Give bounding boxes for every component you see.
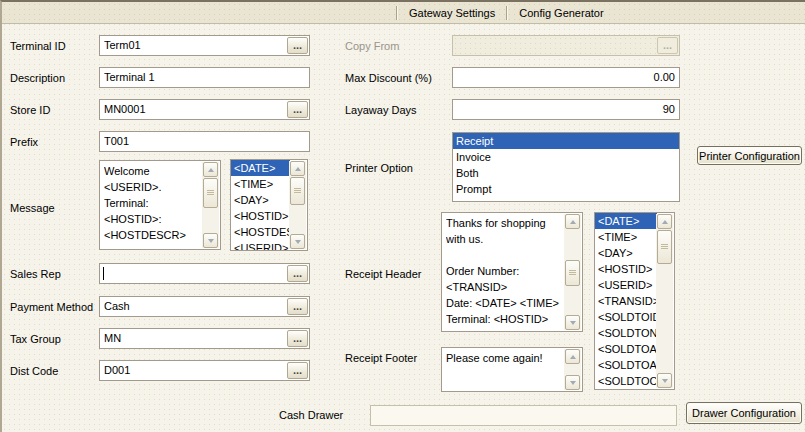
sales-rep-browse-button[interactable]: ... xyxy=(287,265,308,282)
list-item[interactable]: <HOSTDESCR> xyxy=(231,224,290,240)
drawer-configuration-button[interactable]: Drawer Configuration xyxy=(686,402,802,424)
scroll-down-button[interactable] xyxy=(657,373,672,388)
payment-method-value: Cash xyxy=(104,300,305,312)
scroll-thumb[interactable] xyxy=(203,178,218,208)
scroll-down-button[interactable] xyxy=(203,233,218,248)
copy-from-field: ... xyxy=(452,35,680,56)
message-label: Message xyxy=(10,202,55,214)
receipt-header-text: Thanks for shopping with us. Order Numbe… xyxy=(446,215,562,329)
payment-method-browse-button[interactable]: ... xyxy=(287,298,308,315)
toolbar-separator xyxy=(396,6,398,20)
description-field[interactable]: Terminal 1 xyxy=(99,67,310,88)
toolbar-separator xyxy=(506,6,508,20)
tax-group-browse-button[interactable]: ... xyxy=(287,330,308,347)
list-item[interactable]: Prompt xyxy=(453,181,679,197)
payment-method-label: Payment Method xyxy=(10,301,93,313)
list-item[interactable]: Both xyxy=(453,165,679,181)
cash-drawer-label: Cash Drawer xyxy=(279,409,343,421)
store-id-field[interactable]: MN0001 ... xyxy=(99,99,310,120)
scrollbar[interactable] xyxy=(564,214,581,330)
receipt-footer-textarea[interactable]: Please come again! xyxy=(441,347,583,392)
list-item[interactable]: <USERID> xyxy=(231,240,290,251)
scrollbar[interactable] xyxy=(202,162,219,248)
copy-from-browse-button: ... xyxy=(657,37,678,54)
list-item[interactable]: <TRANSID> xyxy=(595,293,657,309)
layaway-days-field[interactable]: 90 xyxy=(452,99,680,120)
dist-code-browse-button[interactable]: ... xyxy=(287,362,308,379)
dist-code-value: D001 xyxy=(104,364,305,376)
printer-configuration-button[interactable]: Printer Configuration xyxy=(697,146,802,165)
dist-code-label: Dist Code xyxy=(10,365,58,377)
receipt-header-textarea[interactable]: Thanks for shopping with us. Order Numbe… xyxy=(441,212,583,332)
tab-config-generator[interactable]: Config Generator xyxy=(511,5,611,21)
tax-group-label: Tax Group xyxy=(10,333,61,345)
terminal-id-value: Term01 xyxy=(104,39,305,51)
scroll-down-button[interactable] xyxy=(565,375,580,390)
list-item[interactable]: <HOSTID> xyxy=(595,261,657,277)
list-item[interactable]: <TIME> xyxy=(231,176,290,192)
dist-code-field[interactable]: D001 ... xyxy=(99,360,310,381)
cash-drawer-field xyxy=(370,405,677,426)
terminal-settings-window: Gateway Settings Config Generator Termin… xyxy=(0,0,805,432)
prefix-field[interactable]: T001 xyxy=(99,131,310,152)
prefix-label: Prefix xyxy=(10,136,38,148)
list-item[interactable]: Invoice xyxy=(453,149,679,165)
list-item[interactable]: <SOLDTOCITY> xyxy=(595,373,657,389)
max-discount-label: Max Discount (%) xyxy=(345,72,432,84)
payment-method-field[interactable]: Cash ... xyxy=(99,296,310,317)
store-id-browse-button[interactable]: ... xyxy=(287,101,308,118)
copy-from-label: Copy From xyxy=(345,40,399,52)
tax-group-value: MN xyxy=(104,332,305,344)
list-item[interactable]: <SOLDTOADDR1> xyxy=(595,341,657,357)
list-item[interactable]: <DATE> xyxy=(231,160,290,176)
text-caret xyxy=(103,267,104,280)
scroll-down-button[interactable] xyxy=(565,315,580,330)
terminal-id-browse-button[interactable]: ... xyxy=(287,37,308,54)
description-value: Terminal 1 xyxy=(104,71,305,83)
receipt-footer-text: Please come again! xyxy=(446,350,562,389)
receipt-footer-label: Receipt Footer xyxy=(345,352,417,364)
list-item[interactable]: <SOLDTONAME> xyxy=(595,325,657,341)
scroll-thumb[interactable] xyxy=(565,260,580,286)
scroll-up-button[interactable] xyxy=(565,349,580,364)
list-item[interactable]: <HOSTID> xyxy=(231,208,290,224)
printer-option-label: Printer Option xyxy=(345,162,413,174)
list-item[interactable]: <TIME> xyxy=(595,229,657,245)
list-item[interactable]: <SOLDTOADDR2> xyxy=(595,357,657,373)
list-item[interactable]: <DAY> xyxy=(595,245,657,261)
description-label: Description xyxy=(10,72,65,84)
list-item[interactable]: <DAY> xyxy=(231,192,290,208)
list-item[interactable]: <DATE> xyxy=(595,213,657,229)
scroll-thumb[interactable] xyxy=(290,177,305,205)
max-discount-value: 0.00 xyxy=(457,71,675,83)
scroll-thumb[interactable] xyxy=(657,230,672,264)
scrollbar[interactable] xyxy=(564,349,581,390)
tax-group-field[interactable]: MN ... xyxy=(99,328,310,349)
scroll-up-button[interactable] xyxy=(657,214,672,229)
terminal-id-field[interactable]: Term01 ... xyxy=(99,35,310,56)
prefix-value: T001 xyxy=(104,135,305,147)
receipt-token-listbox[interactable]: <DATE><TIME><DAY><HOSTID><USERID><TRANSI… xyxy=(594,212,675,390)
printer-option-listbox[interactable]: ReceiptInvoiceBothPrompt xyxy=(452,132,680,202)
max-discount-field[interactable]: 0.00 xyxy=(452,67,680,88)
tab-gateway-settings[interactable]: Gateway Settings xyxy=(401,5,503,21)
scroll-up-button[interactable] xyxy=(565,214,580,229)
store-id-value: MN0001 xyxy=(104,103,305,115)
layaway-days-label: Layaway Days xyxy=(345,104,417,116)
receipt-header-label: Receipt Header xyxy=(345,268,421,280)
sales-rep-field[interactable]: ... xyxy=(99,263,310,284)
sales-rep-label: Sales Rep xyxy=(10,268,61,280)
message-text: Welcome <USERID>. Terminal: <HOSTID>: <H… xyxy=(104,163,200,247)
scroll-up-button[interactable] xyxy=(290,161,305,176)
message-token-listbox[interactable]: <DATE><TIME><DAY><HOSTID><HOSTDESCR><USE… xyxy=(230,159,308,251)
scroll-up-button[interactable] xyxy=(203,162,218,177)
list-item[interactable]: <USERID> xyxy=(595,277,657,293)
message-textarea[interactable]: Welcome <USERID>. Terminal: <HOSTID>: <H… xyxy=(99,160,221,250)
scroll-down-button[interactable] xyxy=(290,234,305,249)
store-id-label: Store ID xyxy=(10,104,50,116)
list-item[interactable]: Receipt xyxy=(453,133,679,149)
scrollbar[interactable] xyxy=(656,214,673,388)
list-item[interactable]: <SOLDTOID> xyxy=(595,309,657,325)
toolbar: Gateway Settings Config Generator xyxy=(2,2,805,24)
scrollbar[interactable] xyxy=(289,161,306,249)
